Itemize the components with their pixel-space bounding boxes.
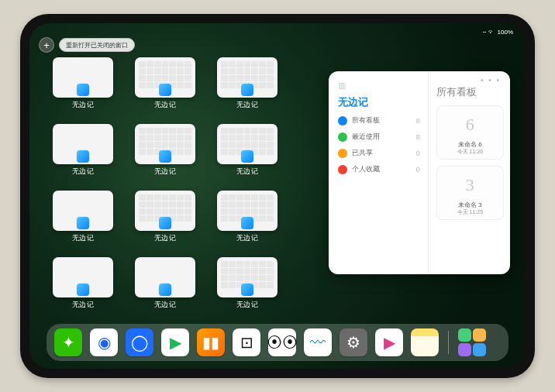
dock-app-barbell[interactable]: ⦿⦿	[268, 328, 296, 356]
app-tile-label: 无边记	[236, 233, 258, 243]
app-tile-label: 无边记	[236, 167, 258, 177]
status-bar: ⋯ ᯤ 100%	[29, 26, 526, 37]
app-switcher-tile[interactable]: 无边记	[53, 124, 113, 177]
dock-app-video-2[interactable]: ▶	[375, 328, 403, 356]
sidebar-title: 无边记	[338, 95, 420, 109]
app-switcher-tile[interactable]: 无边记	[135, 257, 195, 310]
board-thumbnail: 6	[454, 110, 485, 139]
dock-app-notes[interactable]	[411, 328, 439, 356]
app-tile-label: 无边记	[154, 233, 176, 243]
app-switcher-grid: 无边记无边记无边记无边记无边记无边记无边记无边记无边记无边记无边记无边记	[53, 57, 305, 310]
dock-app-game[interactable]: ⊡	[233, 328, 260, 356]
app-switcher-tile[interactable]: 无边记	[217, 191, 278, 243]
board-card[interactable]: 3未命名 3今天 11:25	[436, 166, 504, 220]
sidebar-item-count: 8	[416, 117, 420, 125]
sidebar-item-label: 个人收藏	[352, 164, 380, 174]
app-switcher-tile[interactable]: 无边记	[135, 57, 195, 110]
board-card[interactable]: 6未命名 6今天 11:26	[436, 105, 504, 160]
app-tile-label: 无边记	[72, 167, 94, 177]
new-window-button[interactable]: +	[39, 37, 54, 53]
app-tile-label: 无边记	[154, 167, 176, 177]
dock-app-quark-hd[interactable]: ◉	[90, 328, 118, 356]
dock-app-settings[interactable]: ⚙	[340, 328, 367, 356]
dock-divider	[448, 331, 449, 354]
sidebar-item-count: 8	[416, 133, 420, 141]
sidebar-item-count: 0	[416, 166, 420, 174]
sidebar-item[interactable]: 所有看板8	[338, 115, 420, 126]
app-tile-label: 无边记	[236, 300, 258, 310]
sidebar-icon[interactable]: ▥	[338, 81, 420, 91]
app-switcher-tile[interactable]: 无边记	[135, 191, 195, 243]
dock: ✦◉◯▶▮▮⊡⦿⦿〰⚙▶	[47, 324, 508, 361]
dock-app-video-1[interactable]: ▶	[161, 328, 189, 356]
app-switcher-tile[interactable]: 无边记	[135, 124, 195, 177]
app-switcher-tile[interactable]: 无边记	[217, 57, 278, 110]
board-time: 今天 11:26	[457, 149, 483, 154]
board-time: 今天 11:25	[457, 209, 483, 215]
dock-app-wechat[interactable]: ✦	[54, 328, 82, 356]
battery-status: 100%	[498, 29, 513, 36]
freeform-sidebar-popover: • • • ▥ 无边记 所有看板8最近使用8已共享0个人收藏0 所有看板 6未命…	[329, 71, 510, 274]
sidebar-item-count: 0	[416, 150, 420, 157]
reopen-closed-window-pill[interactable]: 重新打开已关闭的窗口	[59, 38, 135, 52]
app-tile-label: 无边记	[72, 233, 94, 243]
app-switcher-tile[interactable]: 无边记	[217, 124, 278, 177]
dock-app-freeform[interactable]: 〰	[304, 328, 332, 356]
app-library-icon[interactable]	[458, 328, 486, 356]
sidebar-item-label: 最近使用	[352, 132, 380, 142]
boards-header: 所有看板	[436, 85, 504, 99]
board-name: 未命名 6	[458, 141, 482, 148]
app-switcher-tile[interactable]: 无边记	[217, 257, 278, 310]
wifi-icon: ⋯ ᯤ	[483, 29, 494, 36]
board-name: 未命名 3	[458, 201, 482, 208]
app-tile-label: 无边记	[236, 100, 258, 110]
app-tile-label: 无边记	[72, 300, 94, 310]
sidebar-item-label: 所有看板	[352, 115, 380, 126]
sidebar-item[interactable]: 个人收藏0	[338, 164, 420, 174]
ipad-bezel: ⋯ ᯤ 100% + 重新打开已关闭的窗口 无边记无边记无边记无边记无边记无边记…	[20, 14, 535, 378]
app-switcher-tile[interactable]: 无边记	[53, 191, 113, 243]
more-icon[interactable]: • • •	[481, 76, 501, 84]
app-tile-label: 无边记	[154, 100, 176, 110]
dock-app-books[interactable]: ▮▮	[197, 328, 225, 356]
board-thumbnail: 3	[454, 170, 485, 200]
sidebar-item[interactable]: 最近使用8	[338, 132, 420, 142]
ipad-screen: ⋯ ᯤ 100% + 重新打开已关闭的窗口 无边记无边记无边记无边记无边记无边记…	[29, 23, 526, 369]
app-tile-label: 无边记	[154, 300, 176, 310]
sidebar-item[interactable]: 已共享0	[338, 148, 420, 158]
dock-app-qqbrowser[interactable]: ◯	[126, 328, 153, 356]
sidebar-item-label: 已共享	[352, 148, 373, 158]
app-switcher-tile[interactable]: 无边记	[53, 257, 113, 310]
app-switcher-tile[interactable]: 无边记	[53, 57, 113, 110]
app-tile-label: 无边记	[72, 100, 94, 110]
